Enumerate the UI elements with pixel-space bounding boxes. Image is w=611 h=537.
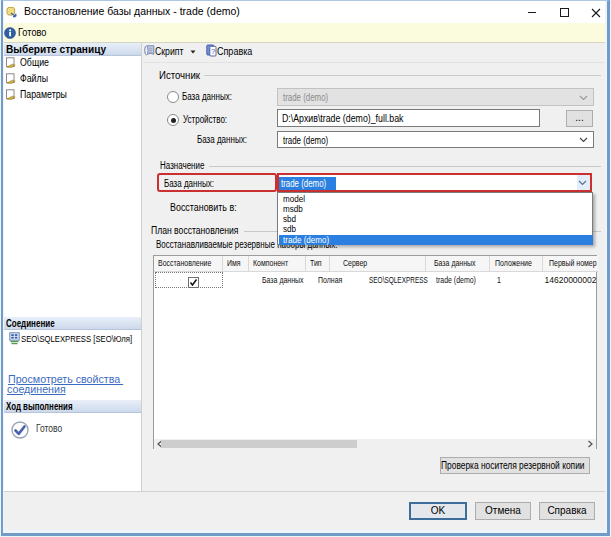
svg-text:?: ?: [211, 47, 215, 56]
